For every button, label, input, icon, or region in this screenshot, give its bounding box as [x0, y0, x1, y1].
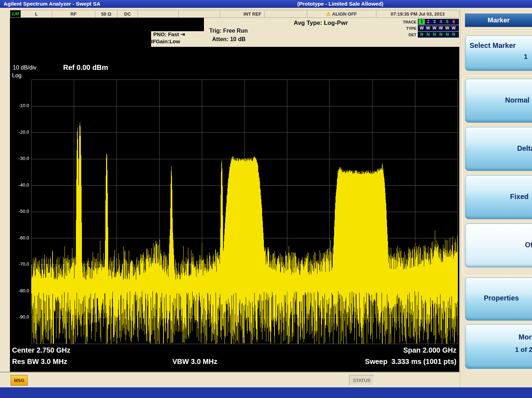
- pno-text: PNO: Fast: [153, 31, 179, 37]
- y-axis-label: -90.0: [11, 314, 29, 320]
- delta-softkey[interactable]: Delta: [465, 127, 532, 171]
- normal-softkey[interactable]: Normal: [465, 79, 532, 123]
- det-values: NNNNNN: [418, 32, 459, 38]
- select-marker-label: Select Marker: [470, 42, 516, 50]
- marker-menu-panel: Marker Select Marker 1 Normal Delta Fixe…: [460, 8, 532, 387]
- type-label: TYPE: [390, 26, 418, 31]
- trace-values: 123456: [418, 19, 459, 25]
- black-panel-top: [10, 18, 204, 31]
- det-val: N: [419, 32, 425, 37]
- delta-label: Delta: [517, 144, 532, 153]
- trace-num: 2: [425, 19, 431, 24]
- det-val: N: [431, 32, 438, 37]
- status-cell-int-ref: INT REF: [220, 10, 265, 17]
- status-cell-align-off: ⚠ ALIGN OFF: [307, 10, 376, 17]
- type-val: W: [438, 26, 444, 31]
- y-axis-label: -30.0: [11, 156, 29, 161]
- status-cell-empty: [265, 10, 307, 17]
- status-cell-clock: 07:19:35 PM Jul 03, 2013: [376, 10, 459, 17]
- status-cell-impedance: 50 Ω: [95, 10, 117, 17]
- lxi-indicator: LXI: [10, 10, 21, 17]
- y-axis-label: -60.0: [11, 235, 29, 241]
- title-bar: Agilent Spectrum Analyzer - Swept SA (Pr…: [0, 0, 532, 8]
- normal-label: Normal: [505, 96, 530, 104]
- off-label: Off: [525, 241, 532, 249]
- y-axis-label: -70.0: [11, 261, 29, 267]
- trace-num: 3: [431, 19, 438, 24]
- ifgain-label: IFGain:Low: [151, 38, 180, 44]
- type-val: W: [425, 26, 431, 31]
- det-val: N: [444, 32, 450, 37]
- trace-num: 6: [450, 19, 457, 24]
- res-bw-label: Res BW 3.0 MHz: [12, 358, 67, 366]
- vbw-label: VBW 3.0 MHz: [172, 358, 217, 366]
- sweep-label: Sweep 3.333 ms (1001 pts): [365, 358, 456, 366]
- y-axis-label: -40.0: [11, 182, 29, 188]
- atten-label: Atten: 10 dB: [212, 36, 245, 43]
- status-cell-empty: [138, 10, 179, 17]
- y-axis-label: -50.0: [11, 209, 29, 214]
- det-label: DET: [390, 33, 418, 37]
- trace-num: 1: [419, 19, 425, 24]
- status-cell-rf: RF: [52, 10, 95, 17]
- warning-icon: ⚠: [326, 11, 331, 17]
- y-axis-label: -20.0: [11, 129, 29, 135]
- avg-type-label: Avg Type: Log-Pwr: [294, 20, 348, 27]
- black-panel-bottom: [10, 31, 151, 47]
- det-val: N: [438, 32, 444, 37]
- status-cell-empty: [179, 10, 220, 17]
- spectrum-plot: [31, 79, 458, 344]
- y-axis-label: -80.0: [11, 288, 29, 293]
- type-val: W: [450, 26, 457, 31]
- app-title: Agilent Spectrum Analyzer - Swept SA: [4, 1, 100, 7]
- properties-softkey[interactable]: Properties: [465, 277, 532, 321]
- off-softkey[interactable]: Off: [465, 223, 532, 267]
- more-label: More: [519, 333, 532, 341]
- type-val: W: [419, 26, 425, 31]
- status-bar: LXI L RF 50 Ω DC INT REF ⚠ ALIGN OFF 07:…: [10, 10, 459, 18]
- menu-title: Marker: [465, 13, 532, 27]
- trace-row: TRACE 123456: [390, 19, 459, 25]
- det-val: N: [425, 32, 431, 37]
- pno-label: PNO: Fast ⇥: [153, 31, 185, 38]
- span-label: Span 2.000 GHz: [403, 346, 456, 354]
- more-softkey[interactable]: More 1 of 2: [465, 324, 532, 369]
- type-val: W: [431, 26, 438, 31]
- y-axis-label: -10.0: [11, 103, 29, 108]
- trace-label: TRACE: [390, 20, 418, 24]
- status-cell-coupling: DC: [117, 10, 138, 17]
- spectrum-display: 10 dB/div Ref 0.00 dBm Log -10.0 -20.0 -…: [10, 47, 459, 372]
- msg-indicator: MSG: [11, 375, 28, 386]
- trace-legend: TRACE 123456 TYPE WWWWWW DET NNNNNN: [390, 19, 459, 38]
- trace-num: 4: [438, 19, 444, 24]
- det-row: DET NNNNNN: [390, 32, 459, 38]
- status-cell-l: L: [21, 10, 52, 17]
- align-off-label: ALIGN OFF: [332, 11, 357, 17]
- status-indicator: STATUS: [349, 375, 374, 386]
- db-per-div-label: 10 dB/div: [13, 65, 37, 71]
- footer-bar: MSG STATUS: [0, 372, 460, 387]
- more-value: 1 of 2: [515, 346, 532, 354]
- fixed-softkey[interactable]: Fixed: [465, 175, 532, 219]
- log-scale-label: Log: [12, 72, 22, 79]
- select-marker-value: 1: [524, 53, 528, 61]
- trig-label: Trig: Free Run: [209, 28, 248, 34]
- fixed-label: Fixed: [510, 193, 528, 201]
- det-val: N: [450, 32, 457, 37]
- trigger-arrow-icon: ⇥: [181, 31, 185, 37]
- ref-level-label: Ref 0.00 dBm: [63, 63, 108, 72]
- properties-label: Properties: [484, 294, 519, 302]
- prototype-label: (Prototype - Limited Sale Allowed): [297, 1, 383, 7]
- type-val: W: [444, 26, 450, 31]
- trace-num: 5: [444, 19, 450, 24]
- spectrum-analyzer-screen: { "title_bar": { "app_title": "Agilent S…: [0, 0, 532, 398]
- select-marker-softkey[interactable]: Select Marker 1: [465, 35, 532, 71]
- bottom-strip: [0, 387, 532, 398]
- type-row: TYPE WWWWWW: [390, 25, 459, 31]
- type-values: WWWWWW: [418, 25, 459, 31]
- center-freq-label: Center 2.750 GHz: [12, 346, 71, 354]
- measurement-bar: PNO: Fast ⇥ IFGain:Low Trig: Free Run At…: [10, 18, 459, 47]
